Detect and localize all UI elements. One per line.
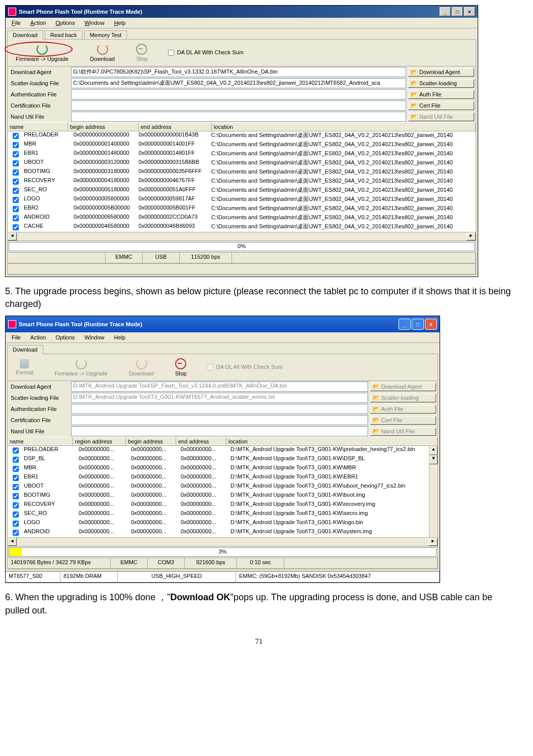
tab-download[interactable]: Download	[7, 30, 43, 40]
app-icon	[8, 320, 16, 328]
folder-icon: 📂	[373, 384, 380, 390]
nand-label: Nand Util File	[9, 113, 69, 121]
col-end[interactable]: end address	[139, 123, 212, 131]
table-row[interactable]: ANDROID0x00000000065800000x000000002CCD0…	[8, 214, 476, 223]
table-row[interactable]: SEC_RO0x00000000...0x00000000...0x000000…	[8, 510, 429, 519]
menu-help[interactable]: Help	[110, 333, 130, 341]
menu-window[interactable]: Window	[80, 333, 108, 341]
stop-button[interactable]: Stop	[133, 43, 151, 63]
menu-action[interactable]: Action	[26, 333, 50, 341]
menu-window[interactable]: Window	[80, 19, 108, 27]
folder-icon: 📂	[373, 417, 380, 424]
progress-bar: 3%	[8, 546, 438, 558]
scatter-field: D:\MTK_Android Upgrade Tool\T3_G901-KW\M…	[71, 393, 368, 403]
folder-icon: 📂	[373, 406, 380, 413]
download-icon	[136, 358, 147, 369]
firmware-upgrade-button[interactable]: Firmware -> Upgrade	[13, 43, 72, 63]
status-bar: EMMC USB 115200 bps	[8, 252, 476, 263]
nand-browse-button[interactable]: 📂Nand Util File	[408, 113, 474, 121]
tab-download[interactable]: Download	[7, 345, 43, 354]
auth-browse-button: 📂Auth File	[370, 405, 436, 414]
refresh-icon	[37, 44, 48, 55]
cert-label: Certification File	[9, 101, 69, 110]
folder-icon: 📂	[411, 114, 418, 120]
maximize-button[interactable]: □	[412, 319, 424, 330]
v-scrollbar[interactable]: ▲▼	[429, 446, 438, 537]
table-row[interactable]: EBR10x00000000...0x00000000...0x00000000…	[8, 473, 429, 483]
table-row[interactable]: LOGO0x00000000058000000x00000000059817AF…	[8, 195, 476, 204]
scatter-browse-button[interactable]: 📂Scatter-loading	[408, 79, 474, 88]
table-row[interactable]: EBR20x0000000005B000000x0000000005B001FF…	[8, 204, 476, 214]
table-row[interactable]: UBOOT0x00000000031200000x0000000000315B6…	[8, 159, 476, 168]
table-row[interactable]: LOGO0x00000000...0x00000000...0x00000000…	[8, 519, 429, 528]
table-header: name begin address end address location	[8, 122, 476, 131]
cert-browse-button[interactable]: 📂Cert File	[408, 101, 474, 110]
col-end[interactable]: end address	[176, 437, 226, 445]
titlebar[interactable]: Smart Phone Flash Tool (Runtime Trace Mo…	[6, 6, 478, 18]
col-name[interactable]: name	[8, 123, 68, 131]
table-row[interactable]: CACHE0x00000000465800000x0000000046B8609…	[8, 223, 476, 232]
menu-file[interactable]: File	[8, 333, 25, 341]
table-row[interactable]: RECOVERY0x00000000...0x00000000...0x0000…	[8, 501, 429, 510]
col-location[interactable]: location	[226, 437, 438, 445]
col-begin[interactable]: begin address	[68, 123, 139, 131]
menu-options[interactable]: Options	[51, 333, 79, 341]
scatter-label: Scatter-loading File	[9, 394, 69, 402]
table-row[interactable]: PRELOADER0x00000000...0x00000000...0x000…	[8, 446, 429, 455]
col-name[interactable]: name	[8, 437, 73, 445]
maximize-button[interactable]: □	[452, 7, 463, 16]
auth-field[interactable]	[71, 89, 406, 99]
tab-memorytest[interactable]: Memory Test	[84, 30, 127, 39]
col-location[interactable]: location	[212, 123, 476, 131]
table-row[interactable]: DSP_BL0x00000000...0x00000000...0x000000…	[8, 455, 429, 464]
table-row[interactable]: RECOVERY0x00000000041800000x000000000467…	[8, 177, 476, 186]
scatter-label: Scatter-loading File	[9, 79, 69, 87]
cert-field	[71, 415, 368, 425]
tab-readback[interactable]: Read back	[45, 30, 83, 39]
table-row[interactable]: UBOOT0x00000000...0x00000000...0x0000000…	[8, 483, 429, 492]
table-row[interactable]: EBR10x00000000014800000x00000000014801FF…	[8, 150, 476, 159]
nand-field	[71, 426, 368, 436]
da-field[interactable]: G:\软件4\7.0\PC7805J(K82)\SP_Flash_Tool_v3…	[71, 67, 406, 77]
scatter-field[interactable]: C:\Documents and Settings\admin\桌面\JWT_E…	[71, 78, 406, 88]
auth-label: Authentication File	[9, 405, 69, 413]
menu-file[interactable]: File	[8, 19, 25, 27]
minimize-button[interactable]: _	[440, 7, 451, 16]
table-header: name region address begin address end ad…	[8, 437, 438, 446]
cert-field[interactable]	[71, 100, 406, 111]
table-row[interactable]: ANDROID0x00000000...0x00000000...0x00000…	[8, 528, 429, 537]
close-button[interactable]: ×	[425, 319, 437, 330]
format-button: Format	[13, 358, 37, 376]
table-row[interactable]: BOOTIMG0x00000000...0x00000000...0x00000…	[8, 492, 429, 501]
h-scrollbar[interactable]: ◄►	[8, 232, 476, 240]
da-browse-button[interactable]: 📂Download Agent	[408, 68, 474, 77]
col-region[interactable]: region address	[73, 437, 126, 445]
folder-icon: 📂	[411, 91, 418, 98]
menu-help[interactable]: Help	[110, 19, 130, 27]
close-button[interactable]: ×	[464, 7, 475, 16]
info-bar: MT6577_S00 8192Mb DRAM USB_HIGH_SPEED EM…	[6, 571, 440, 582]
da-label: Download Agent	[9, 68, 69, 76]
auth-browse-button[interactable]: 📂Auth File	[408, 90, 474, 99]
tabs: Download	[6, 343, 440, 354]
download-button[interactable]: Download	[87, 43, 118, 63]
step-6-text: 6. When the upgrading is 100% done ，"Dow…	[5, 586, 513, 622]
nand-field[interactable]	[71, 112, 406, 122]
titlebar[interactable]: Smart Phone Flash Tool (Runtime Trace Mo…	[6, 316, 440, 332]
table-row[interactable]: MBR0x00000000...0x00000000...0x00000000.…	[8, 464, 429, 473]
table-row[interactable]: BOOTIMG0x00000000031800000x0000000000035…	[8, 168, 476, 177]
col-begin[interactable]: begin address	[126, 437, 176, 445]
table-row[interactable]: MBR0x00000000014000000x00000000014001FFC…	[8, 141, 476, 150]
stop-button[interactable]: Stop	[172, 357, 190, 377]
menu-options[interactable]: Options	[51, 19, 79, 27]
minimize-button[interactable]: _	[398, 319, 411, 330]
h-scrollbar[interactable]: ◄►	[8, 537, 438, 546]
toolbar: Format Firmware -> Upgrade Download Stop…	[8, 354, 438, 381]
table-row[interactable]: SEC_RO0x00000000051800000x00000000051A0F…	[8, 186, 476, 195]
scatter-browse-button: 📂Scatter-loading	[370, 394, 436, 402]
checksum-checkbox[interactable]: DA DL All With Check Sum	[166, 48, 244, 57]
menu-action[interactable]: Action	[26, 19, 50, 27]
partition-table: PRELOADER0x00000000...0x00000000...0x000…	[8, 446, 438, 537]
status-bar: 14019766 Bytes / 3422.79 KBps EMMC COM3 …	[8, 558, 438, 569]
table-row[interactable]: PRELOADER0x00000000000000000x00000000000…	[8, 131, 476, 141]
